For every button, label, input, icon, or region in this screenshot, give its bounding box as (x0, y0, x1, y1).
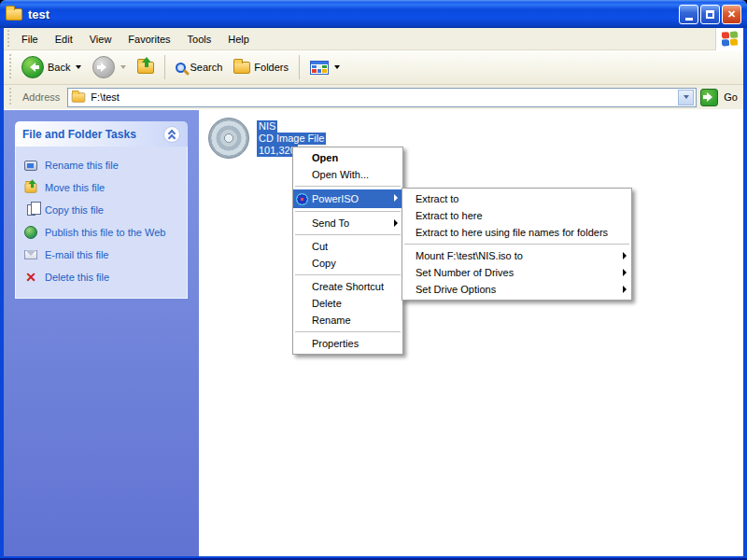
sub-extract-filenames[interactable]: Extract to here using file names for fol… (402, 224, 631, 241)
toolbar-grip (7, 54, 13, 81)
views-icon (310, 61, 329, 75)
menu-favorites[interactable]: Favorites (120, 31, 178, 48)
menu-separator (404, 244, 629, 245)
window-folder-icon (6, 8, 22, 21)
sub-mount-to[interactable]: Mount F:\test\NIS.iso to (402, 247, 631, 264)
task-label: Copy this file (45, 204, 104, 216)
file-name: NIS (257, 120, 277, 133)
folder-content: NIS CD Image File 101,320 (199, 110, 743, 556)
file-folder-tasks-panel: File and Folder Tasks Rename this file M… (15, 121, 188, 299)
context-menu: Open Open With... PowerISO Send To Cut C… (292, 147, 403, 355)
ctx-create-shortcut[interactable]: Create Shortcut (293, 278, 402, 295)
address-dropdown-button[interactable] (678, 90, 694, 105)
poweriso-submenu: Extract to Extract to here Extract to he… (402, 188, 632, 301)
task-label: E-mail this file (45, 249, 108, 260)
toolbar-grip (7, 88, 13, 107)
go-button[interactable] (700, 89, 718, 106)
up-button[interactable] (133, 59, 159, 77)
sub-extract-to[interactable]: Extract to (402, 190, 631, 207)
email-icon (23, 247, 38, 262)
panel-header[interactable]: File and Folder Tasks (15, 121, 188, 147)
task-email-file[interactable]: E-mail this file (23, 247, 179, 262)
task-rename-file[interactable]: Rename this file (23, 158, 179, 173)
folders-icon (233, 62, 250, 74)
standard-toolbar: Back Search Folders (4, 50, 743, 85)
submenu-arrow-icon (394, 219, 398, 227)
back-icon (21, 56, 44, 78)
window-title: test (28, 7, 49, 21)
maximize-button[interactable] (700, 5, 720, 24)
back-dropdown-icon[interactable] (76, 65, 81, 69)
submenu-arrow-icon (623, 269, 627, 276)
explorer-window: test ✕ File Edit View Favorites Tools He… (0, 0, 747, 560)
folders-button[interactable]: Folders (229, 59, 293, 77)
up-folder-icon (137, 62, 154, 74)
address-input[interactable]: F:\test (67, 88, 697, 107)
views-button[interactable] (305, 58, 345, 77)
delete-icon: ✕ (23, 270, 38, 285)
task-label: Delete this file (45, 272, 109, 283)
panel-title: File and Folder Tasks (22, 128, 163, 141)
publish-icon (23, 225, 38, 240)
toolbar-separator (299, 55, 300, 79)
menu-edit[interactable]: Edit (47, 31, 81, 48)
sub-extract-to-here[interactable]: Extract to here (402, 207, 631, 224)
sub-set-number-drives[interactable]: Set Number of Drives (402, 264, 631, 281)
task-label: Move this file (45, 182, 105, 193)
back-label: Back (48, 62, 70, 73)
menu-separator (295, 331, 401, 332)
collapse-button[interactable] (163, 126, 180, 143)
submenu-arrow-icon (623, 252, 627, 259)
ctx-open-with[interactable]: Open With... (293, 166, 402, 183)
address-value: F:\test (91, 91, 674, 103)
file-type: CD Image File (257, 133, 326, 145)
minimize-button[interactable] (679, 5, 698, 24)
title-bar[interactable]: test ✕ (0, 0, 747, 28)
copy-icon (23, 203, 38, 217)
search-icon (176, 63, 186, 73)
ctx-rename[interactable]: Rename (293, 312, 402, 329)
menu-separator (295, 274, 401, 275)
task-label: Publish this file to the Web (45, 227, 165, 238)
task-label: Rename this file (45, 160, 119, 171)
menu-file[interactable]: File (13, 31, 47, 48)
ctx-delete[interactable]: Delete (293, 295, 402, 312)
ctx-open[interactable]: Open (293, 149, 402, 166)
task-delete-file[interactable]: ✕ Delete this file (23, 270, 179, 285)
task-copy-file[interactable]: Copy this file (23, 203, 179, 217)
task-move-file[interactable]: Move this file (23, 180, 179, 195)
menu-separator (295, 211, 401, 212)
ctx-properties[interactable]: Properties (293, 335, 402, 352)
ctx-send-to[interactable]: Send To (293, 215, 402, 231)
task-publish-file[interactable]: Publish this file to the Web (23, 225, 179, 240)
folders-label: Folders (254, 62, 289, 73)
ctx-cut[interactable]: Cut (293, 238, 402, 255)
toolbar-separator (164, 55, 165, 79)
menu-help[interactable]: Help (219, 31, 258, 48)
move-icon (23, 180, 38, 195)
search-button[interactable]: Search (171, 59, 227, 76)
address-bar: Address F:\test Go (4, 85, 743, 110)
task-pane: File and Folder Tasks Rename this file M… (4, 110, 199, 556)
windows-logo (715, 28, 743, 50)
menu-bar: File Edit View Favorites Tools Help (4, 28, 743, 50)
minimize-icon (685, 18, 693, 21)
poweriso-icon (296, 193, 308, 205)
close-button[interactable]: ✕ (722, 5, 741, 24)
ctx-poweriso[interactable]: PowerISO (293, 189, 402, 208)
back-button[interactable]: Back (17, 53, 86, 81)
toolbar-grip (6, 30, 11, 47)
go-label: Go (724, 91, 738, 103)
menu-tools[interactable]: Tools (179, 31, 220, 48)
address-label: Address (19, 91, 63, 103)
menu-separator (295, 234, 401, 235)
go-arrow-icon (707, 92, 712, 102)
menu-view[interactable]: View (81, 31, 120, 48)
sub-set-drive-options[interactable]: Set Drive Options (402, 281, 631, 298)
ctx-copy[interactable]: Copy (293, 255, 402, 272)
views-dropdown-icon (334, 65, 340, 69)
forward-dropdown-icon (120, 65, 126, 69)
forward-button[interactable] (88, 53, 131, 81)
window-bottom-border (0, 556, 747, 560)
address-folder-icon (72, 92, 85, 102)
